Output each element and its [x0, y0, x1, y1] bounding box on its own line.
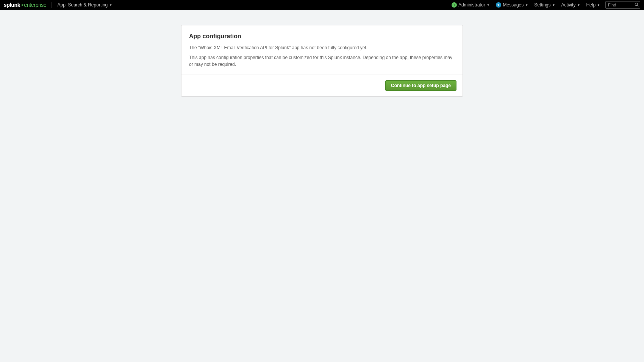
administrator-label: Administrator — [458, 2, 485, 8]
panel-title: App configuration — [189, 33, 455, 40]
panel-body: App configuration The "Whois XML Email V… — [181, 25, 463, 75]
app-configuration-panel: App configuration The "Whois XML Email V… — [181, 25, 463, 97]
settings-menu[interactable]: Settings ▼ — [531, 0, 558, 10]
panel-footer: Continue to app setup page — [181, 75, 463, 96]
messages-badge: 1 — [496, 2, 501, 8]
caret-down-icon: ▼ — [577, 3, 580, 7]
panel-message-1: The "Whois XML Email Verification API fo… — [189, 44, 455, 51]
app-selector-label: App: Search & Reporting — [57, 2, 108, 8]
info-icon: i — [452, 2, 457, 8]
splunk-logo[interactable]: splunk > enterprise — [4, 2, 46, 8]
caret-down-icon: ▼ — [525, 3, 528, 7]
app-selector[interactable]: App: Search & Reporting ▼ — [54, 0, 115, 10]
find-search-box — [605, 1, 640, 9]
logo-enterprise-text: enterprise — [24, 2, 46, 8]
administrator-menu[interactable]: i Administrator ▼ — [449, 0, 493, 10]
svg-line-1 — [638, 5, 639, 6]
activity-label: Activity — [561, 2, 575, 8]
svg-point-0 — [635, 3, 638, 6]
logo-splunk-text: splunk — [4, 2, 20, 8]
caret-down-icon: ▼ — [552, 3, 555, 7]
nav-divider — [52, 2, 52, 8]
messages-label: Messages — [503, 2, 524, 8]
help-label: Help — [586, 2, 596, 8]
help-menu[interactable]: Help ▼ — [583, 0, 603, 10]
settings-label: Settings — [534, 2, 550, 8]
caret-down-icon: ▼ — [597, 3, 600, 7]
activity-menu[interactable]: Activity ▼ — [558, 0, 583, 10]
panel-message-2: This app has configuration properties th… — [189, 54, 455, 68]
search-icon — [635, 3, 639, 8]
caret-down-icon: ▼ — [109, 3, 112, 7]
messages-menu[interactable]: 1 Messages ▼ — [493, 0, 531, 10]
logo-chevron: > — [20, 2, 23, 8]
top-navbar: splunk > enterprise App: Search & Report… — [0, 0, 644, 10]
main-content: App configuration The "Whois XML Email V… — [0, 10, 644, 112]
continue-setup-button[interactable]: Continue to app setup page — [385, 80, 456, 91]
caret-down-icon: ▼ — [487, 3, 490, 7]
